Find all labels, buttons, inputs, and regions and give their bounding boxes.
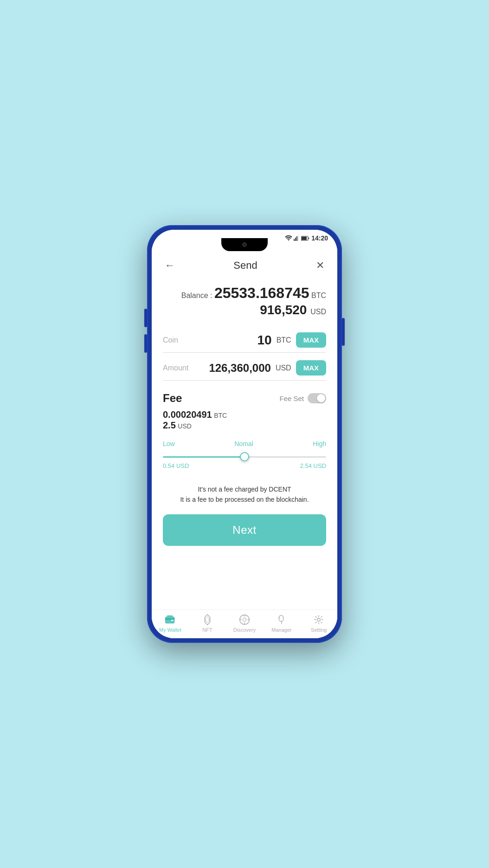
nav-item-discovery[interactable]: Discovery — [231, 614, 258, 633]
page-header: ← Send ✕ — [152, 250, 337, 279]
battery-icon — [301, 236, 309, 241]
setting-icon — [313, 614, 325, 626]
amount-label: Amount — [163, 364, 191, 372]
svg-rect-1 — [295, 238, 296, 241]
amount-max-button[interactable]: MAX — [296, 360, 326, 376]
coin-field: Coin 10 BTC MAX — [152, 329, 337, 353]
fee-note: It's not a fee charged by DCENT It is a … — [152, 477, 337, 514]
fee-usd-row: 2.5 USD — [163, 420, 326, 431]
fee-title: Fee — [163, 392, 182, 405]
svg-rect-20 — [279, 617, 280, 618]
phone-frame: 14:20 ← Send ✕ Balance : 25533.168745 BT… — [147, 225, 342, 643]
wallet-icon — [164, 614, 176, 626]
manager-icon — [276, 614, 288, 626]
svg-rect-7 — [165, 618, 174, 620]
main-content: ← Send ✕ Balance : 25533.168745 BTC 916,… — [152, 250, 337, 638]
phone-screen: 14:20 ← Send ✕ Balance : 25533.168745 BT… — [152, 230, 337, 638]
wifi-icon — [285, 235, 292, 241]
nft-icon — [201, 614, 213, 626]
fee-usd-unit: USD — [178, 422, 192, 430]
back-button[interactable]: ← — [163, 258, 177, 273]
nav-label-nft: NFT — [202, 627, 212, 633]
svg-marker-11 — [206, 617, 209, 623]
slider-labels: Low Nomal High — [163, 440, 326, 447]
svg-rect-18 — [279, 615, 283, 622]
amount-value-group: 126,360,000 USD MAX — [209, 360, 326, 376]
fee-section: Fee Fee Set 0.00020491 BTC 2.5 USD — [152, 381, 337, 436]
amount-field: Amount 126,360,000 USD MAX — [152, 353, 337, 381]
balance-btc-unit: BTC — [311, 291, 326, 299]
svg-point-21 — [317, 618, 321, 622]
nav-item-my-wallet[interactable]: My Wallet — [156, 614, 184, 633]
slider-section: Low Nomal High 0.54 USD 2.54 USD — [152, 436, 337, 477]
fee-slider[interactable] — [163, 456, 326, 458]
amount-unit: USD — [276, 364, 291, 372]
page-title: Send — [233, 259, 257, 272]
fee-set-row: Fee Set — [279, 393, 326, 403]
spacer — [152, 555, 337, 609]
slider-low-label: Low — [163, 440, 175, 447]
coin-unit: BTC — [277, 336, 291, 344]
close-button[interactable]: ✕ — [314, 258, 326, 273]
fee-usd-amount: 2.5 — [163, 420, 176, 430]
svg-rect-3 — [298, 235, 299, 241]
bottom-nav: My Wallet NFT — [152, 609, 337, 638]
discovery-icon — [238, 614, 251, 626]
camera — [242, 242, 247, 247]
svg-rect-9 — [167, 615, 173, 617]
balance-usd-amount: 916,520 — [260, 303, 307, 317]
fee-note-line2: It is a fee to be processed on the block… — [163, 494, 326, 505]
fee-set-label: Fee Set — [279, 395, 304, 402]
power-btn — [342, 318, 345, 346]
coin-value-group: 10 BTC MAX — [257, 332, 327, 348]
volume-down-btn — [144, 334, 147, 353]
fee-set-toggle[interactable] — [308, 393, 326, 403]
next-button[interactable]: Next — [163, 514, 326, 546]
amount-value: 126,360,000 — [209, 362, 270, 375]
coin-max-button[interactable]: MAX — [296, 332, 326, 348]
nav-label-my-wallet: My Wallet — [159, 627, 181, 633]
slider-max-usd: 2.54 USD — [300, 462, 326, 469]
balance-usd: 916,520 USD — [163, 303, 326, 317]
nav-item-setting[interactable]: Setting — [305, 614, 333, 633]
balance-btc-amount: 25533.168745 — [214, 285, 309, 301]
slider-min-usd: 0.54 USD — [163, 462, 189, 469]
balance-label: Balance : — [181, 291, 214, 299]
coin-label: Coin — [163, 336, 191, 344]
fee-header: Fee Fee Set — [163, 392, 326, 405]
status-time: 14:20 — [311, 234, 328, 242]
nav-item-manager[interactable]: Manager — [268, 614, 296, 633]
slider-normal-label: Nomal — [234, 440, 253, 447]
slider-high-label: High — [313, 440, 326, 447]
signal-icon — [294, 235, 299, 241]
fee-note-line1: It's not a fee charged by DCENT — [163, 484, 326, 494]
fee-btc-row: 0.00020491 BTC — [163, 409, 326, 420]
svg-rect-0 — [294, 239, 295, 241]
balance-usd-unit: USD — [310, 308, 326, 316]
slider-range-labels: 0.54 USD 2.54 USD — [163, 462, 326, 469]
svg-rect-5 — [302, 237, 307, 240]
svg-point-13 — [243, 618, 246, 621]
fee-btc-amount: 0.00020491 — [163, 409, 212, 420]
svg-rect-2 — [296, 236, 297, 241]
balance-section: Balance : 25533.168745 BTC 916,520 USD — [152, 279, 337, 329]
nav-item-nft[interactable]: NFT — [193, 614, 221, 633]
nav-label-setting: Setting — [311, 627, 327, 633]
nav-label-discovery: Discovery — [233, 627, 256, 633]
volume-up-btn — [144, 309, 147, 327]
svg-rect-8 — [171, 620, 174, 621]
toggle-knob — [317, 394, 325, 402]
coin-amount: 10 — [257, 333, 272, 348]
nav-label-manager: Manager — [271, 627, 291, 633]
fee-btc-unit: BTC — [214, 412, 227, 419]
